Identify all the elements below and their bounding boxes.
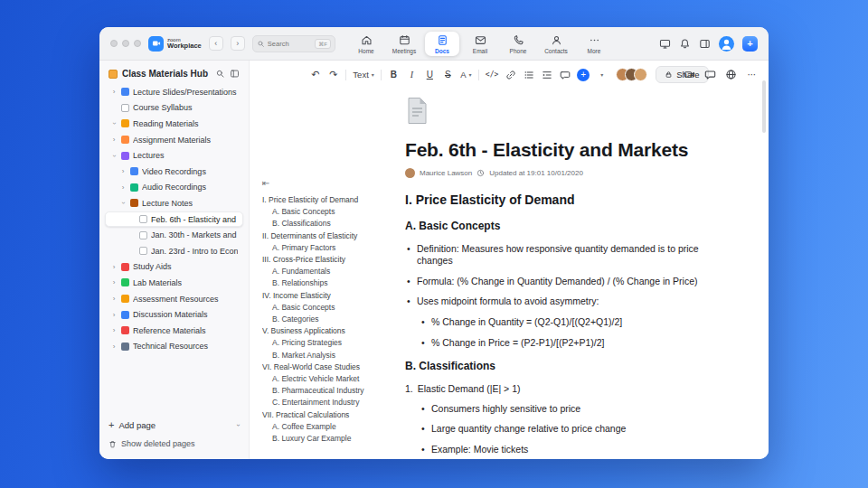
- collapse-outline-icon[interactable]: ⇤: [262, 178, 400, 188]
- outline-item[interactable]: B. Classifications: [262, 218, 400, 230]
- bullet-item[interactable]: Formula: (% Change in Quantity Demanded)…: [405, 276, 712, 287]
- doc-heading-2a[interactable]: A. Basic Concepts: [405, 220, 712, 232]
- outline-item[interactable]: VII. Practical Calculations: [262, 409, 400, 421]
- sidebar-item-lab-materials[interactable]: ›Lab Materials: [105, 275, 243, 291]
- text-style-dropdown[interactable]: Text▾: [353, 68, 373, 82]
- sidebar-item-reference-materials[interactable]: ›Reference Materials: [105, 323, 243, 339]
- bullet-item[interactable]: % Change in Quantity = (Q2-Q1)/[(Q2+Q1)/…: [420, 316, 712, 328]
- more-options-button[interactable]: ⋯: [746, 68, 758, 82]
- text-color-button[interactable]: A▾: [460, 68, 472, 82]
- tab-more[interactable]: More: [577, 32, 611, 56]
- outline-item[interactable]: A. Fundamentals: [262, 266, 400, 277]
- add-page-button[interactable]: + Add page ›: [108, 419, 240, 430]
- bullet-item[interactable]: Definition: Measures how responsive quan…: [405, 243, 712, 267]
- bullet-item[interactable]: Consumers highly sensitive to price: [420, 403, 712, 415]
- comment-button[interactable]: [559, 68, 571, 82]
- strikethrough-button[interactable]: S: [442, 68, 454, 82]
- outline-item[interactable]: A. Primary Factors: [262, 242, 400, 254]
- collaborator-avatars[interactable]: [616, 68, 647, 81]
- chat-icon[interactable]: [704, 69, 716, 80]
- sidebar-item-assessment-resources[interactable]: ›Assessment Resources: [105, 291, 243, 307]
- outline-item[interactable]: A. Basic Concepts: [262, 302, 400, 314]
- nav-forward-button[interactable]: ›: [231, 36, 245, 51]
- sidebar-item-jan-23rd[interactable]: ›Jan. 23rd - Intro to Econo...: [105, 243, 243, 259]
- outline-item[interactable]: I. Price Elasticity of Demand: [262, 194, 400, 206]
- sidebar-item-lectures[interactable]: ›Lectures: [105, 147, 243, 164]
- show-deleted-pages-button[interactable]: Show deleted pages: [108, 439, 240, 448]
- global-search[interactable]: ⌘F: [252, 35, 335, 52]
- zoom-window-button[interactable]: [134, 40, 141, 47]
- notifications-bell-icon[interactable]: [679, 38, 691, 50]
- collapse-sidebar-icon[interactable]: [230, 69, 240, 79]
- insert-block-button[interactable]: +: [577, 69, 590, 81]
- link-button[interactable]: [505, 68, 516, 82]
- tab-phone[interactable]: Phone: [501, 32, 535, 56]
- outline-item[interactable]: III. Cross-Price Elasticity: [262, 254, 400, 266]
- italic-button[interactable]: I: [406, 68, 418, 82]
- side-panel-icon[interactable]: [699, 38, 711, 50]
- tab-docs[interactable]: Docs: [425, 32, 459, 56]
- sidebar-item-video-recordings[interactable]: ›Video Recordings: [105, 164, 243, 180]
- redo-button[interactable]: ↷: [327, 68, 339, 82]
- tab-home[interactable]: Home: [349, 32, 383, 56]
- tab-contacts[interactable]: Contacts: [539, 32, 573, 56]
- outline-item[interactable]: B. Market Analysis: [262, 350, 400, 361]
- video-camera-icon[interactable]: [684, 69, 695, 80]
- nav-back-button[interactable]: ‹: [209, 36, 223, 51]
- doc-heading-2b[interactable]: B. Classifications: [405, 360, 712, 372]
- sidebar-item-jan-30th[interactable]: ›Jan. 30th - Markets and P...: [105, 227, 243, 243]
- bullet-list-button[interactable]: [523, 68, 534, 82]
- close-button[interactable]: [110, 40, 118, 47]
- outline-item[interactable]: V. Business Applications: [262, 325, 400, 337]
- bullet-item[interactable]: Large quantity change relative to price …: [420, 423, 712, 435]
- chevron-down-icon: ▾: [468, 71, 471, 78]
- sidebar-item-reading-materials[interactable]: ›Reading Materials: [105, 116, 243, 132]
- search-input[interactable]: [268, 40, 307, 48]
- outline-item[interactable]: A. Basic Concepts: [262, 206, 400, 218]
- numbered-item-1[interactable]: 1.Elastic Demand (|E| > 1): [405, 383, 712, 394]
- user-avatar[interactable]: [719, 36, 734, 52]
- bullet-item[interactable]: Example: Movie tickets: [420, 444, 712, 455]
- collapse-toolbar-chevron[interactable]: ▾: [596, 68, 608, 82]
- sidebar-item-assignment-materials[interactable]: ›Assignment Materials: [105, 132, 243, 148]
- sidebar-item-lecture-notes[interactable]: ›Lecture Notes: [105, 195, 243, 211]
- doc-title[interactable]: Feb. 6th - Elasticity and Markets: [405, 139, 712, 161]
- tab-email[interactable]: Email: [463, 32, 497, 56]
- document-canvas[interactable]: Feb. 6th - Elasticity and Markets Mauric…: [405, 97, 712, 459]
- bold-button[interactable]: B: [388, 68, 400, 82]
- underline-button[interactable]: U: [424, 68, 436, 82]
- indent-button[interactable]: [541, 68, 552, 82]
- sidebar-item-audio-recordings[interactable]: ›Audio Recordings: [105, 180, 243, 196]
- bullet-item[interactable]: % Change in Price = (P2-P1)/[(P2+P1)/2]: [420, 337, 712, 349]
- outline-item[interactable]: A. Pricing Strategies: [262, 337, 400, 349]
- doc-heading-1[interactable]: I. Price Elasticity of Demand: [405, 192, 712, 207]
- outline-item[interactable]: B. Relationships: [262, 277, 400, 289]
- sidebar-item-technical-resources[interactable]: ›Technical Resources: [105, 339, 243, 355]
- outline-item[interactable]: A. Coffee Example: [262, 421, 400, 433]
- undo-button[interactable]: ↶: [309, 68, 321, 82]
- outline-item[interactable]: B. Categories: [262, 314, 400, 325]
- new-item-button[interactable]: +: [742, 36, 758, 52]
- code-button[interactable]: </>: [486, 68, 498, 82]
- sidebar-item-lecture-slides[interactable]: ›Lecture Slides/Presentations: [105, 84, 243, 100]
- sidebar-item-feb-6th[interactable]: ›Feb. 6th - Elasticity and M...: [105, 211, 243, 228]
- globe-icon[interactable]: [725, 69, 737, 80]
- sidebar-search-icon[interactable]: [215, 69, 225, 79]
- scrollbar[interactable]: [762, 80, 766, 133]
- chevron-down-icon[interactable]: ›: [234, 424, 242, 427]
- sidebar-item-study-aids[interactable]: ›Study Aids: [105, 259, 243, 276]
- bullet-item[interactable]: Uses midpoint formula to avoid asymmetry…: [405, 296, 712, 307]
- sidebar-item-course-syllabus[interactable]: ›Course Syllabus: [105, 100, 243, 117]
- book-icon: [121, 119, 129, 127]
- outline-item[interactable]: IV. Income Elasticity: [262, 290, 400, 302]
- minimize-button[interactable]: [122, 40, 129, 47]
- outline-item[interactable]: B. Luxury Car Example: [262, 433, 400, 445]
- outline-item[interactable]: A. Electric Vehicle Market: [262, 373, 400, 385]
- outline-item[interactable]: C. Entertainment Industry: [262, 397, 400, 408]
- outline-item[interactable]: B. Pharmaceutical Industry: [262, 385, 400, 397]
- tab-meetings[interactable]: Meetings: [387, 32, 421, 56]
- sidebar-item-discussion-materials[interactable]: ›Discussion Materials: [105, 306, 243, 323]
- outline-item[interactable]: VI. Real-World Case Studies: [262, 361, 400, 373]
- devices-icon[interactable]: [659, 38, 671, 50]
- outline-item[interactable]: II. Determinants of Elasticity: [262, 230, 400, 242]
